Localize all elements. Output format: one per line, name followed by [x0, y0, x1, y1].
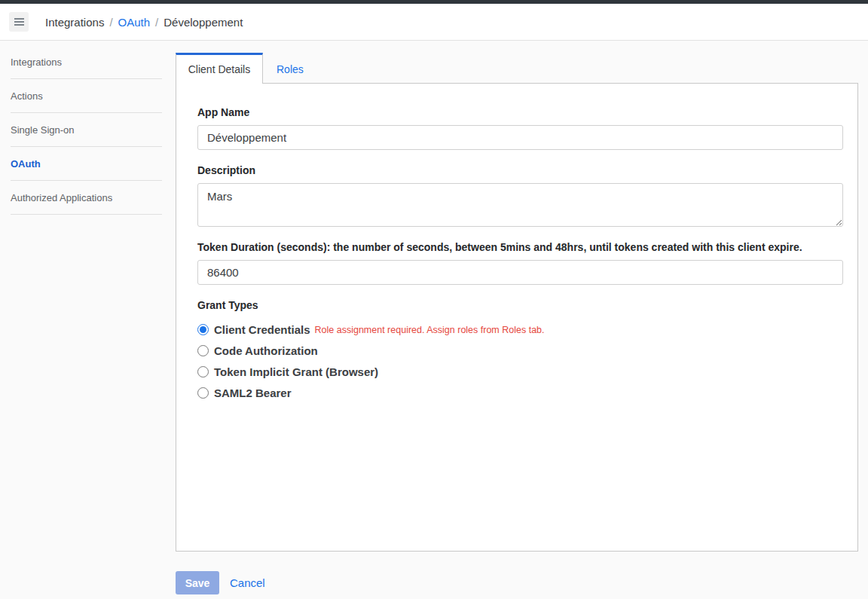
grant-types-group: Client Credentials Role assignment requi…	[197, 323, 842, 399]
sidebar-item-integrations[interactable]: Integrations	[11, 45, 162, 79]
breadcrumb-separator: /	[109, 16, 112, 29]
breadcrumb-separator: /	[155, 16, 158, 29]
tab-client-details[interactable]: Client Details	[176, 53, 263, 84]
grant-option-saml2-bearer[interactable]: SAML2 Bearer	[197, 387, 842, 399]
app-name-label: App Name	[197, 106, 842, 118]
form-footer: Save Cancel	[176, 571, 265, 594]
sidebar-nav: Integrations Actions Single Sign-on OAut…	[11, 45, 162, 215]
sidebar-item-actions[interactable]: Actions	[11, 79, 162, 113]
description-textarea[interactable]: Mars	[197, 183, 843, 227]
client-credentials-radio[interactable]	[197, 324, 209, 335]
top-bar: Integrations / OAuth / Développement	[0, 4, 868, 41]
grant-option-label: SAML2 Bearer	[214, 387, 292, 399]
tab-roles[interactable]: Roles	[263, 55, 317, 83]
grant-option-label: Token Implicit Grant (Browser)	[214, 365, 378, 378]
sidebar-item-single-sign-on[interactable]: Single Sign-on	[11, 113, 162, 147]
token-implicit-grant-radio[interactable]	[197, 366, 209, 377]
sidebar-item-authorized-applications[interactable]: Authorized Applications	[11, 181, 162, 215]
grant-option-token-implicit-grant[interactable]: Token Implicit Grant (Browser)	[197, 365, 842, 378]
token-duration-input[interactable]	[197, 260, 843, 285]
description-label: Description	[197, 164, 842, 176]
grant-option-label: Client Credentials	[214, 323, 310, 336]
cancel-link[interactable]: Cancel	[230, 576, 265, 589]
grant-option-label: Code Authorization	[214, 344, 318, 357]
grant-option-client-credentials[interactable]: Client Credentials Role assignment requi…	[197, 323, 842, 336]
breadcrumb: Integrations / OAuth / Développement	[45, 16, 243, 29]
token-duration-label: Token Duration (seconds): the number of …	[197, 241, 842, 253]
breadcrumb-oauth-link[interactable]: OAuth	[118, 16, 151, 29]
grant-option-code-authorization[interactable]: Code Authorization	[197, 344, 842, 357]
app-name-input[interactable]	[197, 125, 843, 150]
code-authorization-radio[interactable]	[197, 345, 209, 356]
sidebar-item-oauth[interactable]: OAuth	[11, 147, 162, 181]
grant-types-label: Grant Types	[197, 299, 842, 311]
menu-button[interactable]	[9, 12, 29, 32]
role-assignment-note: Role assignment required. Assign roles f…	[315, 325, 545, 335]
menu-icon	[14, 18, 24, 26]
breadcrumb-current-page: Développement	[164, 16, 243, 29]
breadcrumb-integrations[interactable]: Integrations	[45, 16, 104, 29]
client-details-panel: App Name Description Mars Token Duration…	[176, 83, 858, 552]
save-button[interactable]: Save	[176, 571, 219, 594]
saml2-bearer-radio[interactable]	[197, 387, 209, 399]
